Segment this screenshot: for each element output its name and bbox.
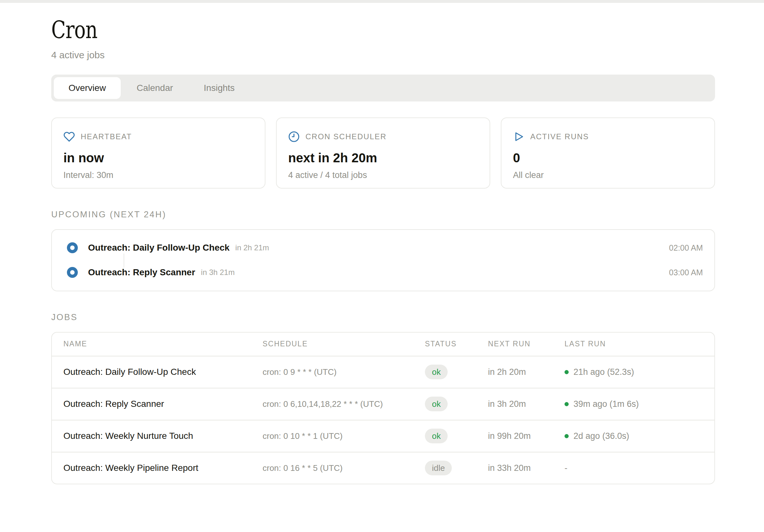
job-next-run: in 3h 20m	[488, 399, 564, 409]
table-row[interactable]: Outreach: Weekly Nurture Touch cron: 0 1…	[52, 420, 714, 452]
job-schedule: cron: 0 10 * * 1 (UTC)	[263, 431, 425, 441]
timeline-dot-icon	[67, 242, 78, 253]
cron-scheduler-label: CRON SCHEDULER	[305, 132, 386, 141]
column-header-status: STATUS	[425, 340, 488, 348]
upcoming-heading: UPCOMING (NEXT 24H)	[51, 210, 715, 220]
status-badge: ok	[425, 397, 448, 411]
upcoming-relative-time: in 3h 21m	[201, 268, 235, 277]
top-divider-strip	[0, 0, 764, 3]
upcoming-job-name: Outreach: Daily Follow-Up Check	[88, 243, 230, 253]
upcoming-item[interactable]: Outreach: Reply Scanner in 3h 21m 03:00 …	[64, 260, 703, 285]
active-runs-sub: All clear	[513, 170, 703, 180]
column-header-next-run: NEXT RUN	[488, 340, 564, 348]
success-dot-icon	[564, 370, 569, 374]
job-last-run: 2d ago (36.0s)	[564, 431, 703, 441]
job-last-run: 21h ago (52.3s)	[564, 367, 703, 377]
table-row[interactable]: Outreach: Reply Scanner cron: 0 6,10,14,…	[52, 388, 714, 420]
cron-page: Cron 4 active jobs Overview Calendar Ins…	[51, 18, 715, 484]
table-row[interactable]: Outreach: Daily Follow-Up Check cron: 0 …	[52, 356, 714, 388]
cron-scheduler-value: next in 2h 20m	[288, 151, 478, 165]
heartbeat-card: HEARTBEAT in now Interval: 30m	[51, 117, 266, 189]
job-name: Outreach: Weekly Pipeline Report	[64, 463, 263, 473]
job-schedule: cron: 0 6,10,14,18,22 * * * (UTC)	[263, 399, 425, 409]
heartbeat-value: in now	[64, 151, 253, 165]
upcoming-relative-time: in 2h 21m	[235, 243, 269, 252]
heartbeat-label: HEARTBEAT	[81, 132, 132, 141]
job-next-run: in 2h 20m	[488, 367, 564, 377]
timeline-dot-icon	[67, 267, 78, 278]
tab[interactable]: Calendar	[122, 77, 188, 99]
cron-scheduler-sub: 4 active / 4 total jobs	[288, 170, 478, 180]
job-last-run: -	[564, 463, 703, 473]
job-name: Outreach: Weekly Nurture Touch	[64, 431, 263, 441]
tab[interactable]: Insights	[189, 77, 250, 99]
job-last-run-text: 21h ago (52.3s)	[573, 367, 634, 377]
job-last-run-text: 2d ago (36.0s)	[573, 431, 629, 441]
active-runs-card: ACTIVE RUNS 0 All clear	[501, 117, 715, 189]
job-name: Outreach: Daily Follow-Up Check	[64, 367, 263, 377]
job-last-run-text: 39m ago (1m 6s)	[573, 399, 639, 409]
column-header-last-run: LAST RUN	[564, 340, 703, 348]
jobs-table-header: NAME SCHEDULE STATUS NEXT RUN LAST RUN	[52, 333, 714, 356]
page-title: Cron	[51, 18, 715, 43]
stat-cards: HEARTBEAT in now Interval: 30m CRON SCHE…	[51, 117, 715, 189]
tab-bar: Overview Calendar Insights	[51, 75, 715, 101]
success-dot-icon	[564, 434, 569, 438]
job-last-run: 39m ago (1m 6s)	[564, 399, 703, 409]
play-icon	[513, 131, 524, 142]
heartbeat-sub: Interval: 30m	[64, 170, 253, 180]
job-schedule: cron: 0 9 * * * (UTC)	[263, 367, 425, 377]
upcoming-job-name: Outreach: Reply Scanner	[88, 267, 195, 277]
active-runs-label: ACTIVE RUNS	[530, 132, 589, 141]
upcoming-scheduled-time: 02:00 AM	[669, 243, 703, 253]
status-badge: ok	[425, 429, 448, 443]
upcoming-list: Outreach: Daily Follow-Up Check in 2h 21…	[51, 229, 715, 291]
table-row[interactable]: Outreach: Weekly Pipeline Report cron: 0…	[52, 452, 714, 484]
upcoming-scheduled-time: 03:00 AM	[669, 268, 703, 277]
jobs-table: NAME SCHEDULE STATUS NEXT RUN LAST RUN O…	[51, 332, 715, 484]
job-next-run: in 33h 20m	[488, 463, 564, 473]
success-dot-icon	[564, 402, 569, 406]
job-schedule: cron: 0 16 * * 5 (UTC)	[263, 463, 425, 473]
page-subtitle: 4 active jobs	[51, 50, 715, 61]
column-header-name: NAME	[64, 340, 263, 348]
job-last-run-text: -	[564, 463, 567, 473]
status-badge: idle	[425, 460, 452, 475]
job-next-run: in 99h 20m	[488, 431, 564, 441]
tab-label: Overview	[69, 83, 106, 93]
tab-label: Insights	[204, 83, 235, 93]
upcoming-item[interactable]: Outreach: Daily Follow-Up Check in 2h 21…	[64, 236, 703, 260]
active-runs-value: 0	[513, 151, 703, 165]
clock-icon	[288, 131, 300, 142]
tab-label: Calendar	[137, 83, 173, 93]
heart-icon	[64, 131, 75, 142]
timeline-connector	[123, 254, 124, 267]
column-header-schedule: SCHEDULE	[263, 340, 425, 348]
cron-scheduler-card: CRON SCHEDULER next in 2h 20m 4 active /…	[276, 117, 490, 189]
status-badge: ok	[425, 365, 448, 379]
jobs-heading: JOBS	[51, 312, 715, 322]
tab[interactable]: Overview	[54, 77, 121, 99]
job-name: Outreach: Reply Scanner	[64, 399, 263, 409]
